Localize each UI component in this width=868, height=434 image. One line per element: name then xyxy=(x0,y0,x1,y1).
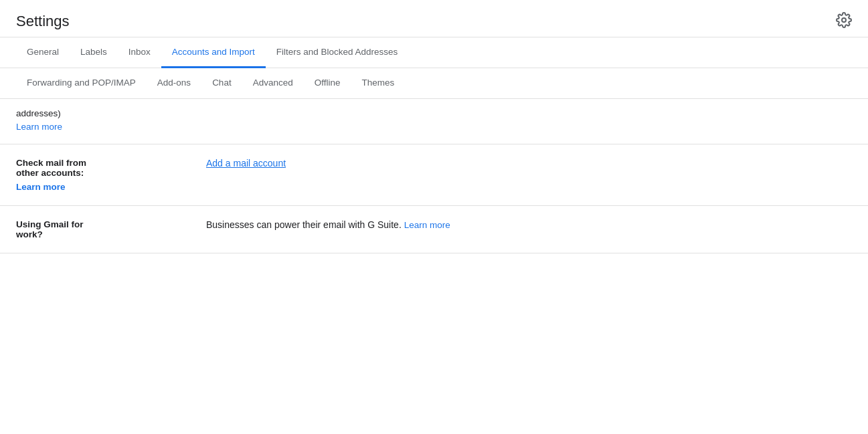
learn-more-link-check-mail[interactable]: Learn more xyxy=(16,182,66,192)
tab-themes[interactable]: Themes xyxy=(351,68,405,99)
header: Settings xyxy=(0,0,868,37)
partial-addresses-text: addresses) xyxy=(16,108,852,118)
check-mail-section: Check mail from other accounts: Learn mo… xyxy=(0,144,868,206)
gmail-work-content: Businesses can power their email with G … xyxy=(206,219,852,230)
tabs-row1: General Labels Inbox Accounts and Import… xyxy=(0,37,868,68)
add-mail-account-link[interactable]: Add a mail account xyxy=(206,158,286,169)
learn-more-link-gmail-work[interactable]: Learn more xyxy=(404,220,450,230)
gmail-work-label: Using Gmail for work? xyxy=(16,219,190,239)
tab-addons[interactable]: Add-ons xyxy=(147,68,201,99)
check-mail-content: Add a mail account xyxy=(206,158,852,169)
gmail-work-label-line2: work? xyxy=(16,229,190,239)
gmail-work-desc: Businesses can power their email with G … xyxy=(206,219,402,230)
tab-forwarding[interactable]: Forwarding and POP/IMAP xyxy=(16,68,147,99)
tab-offline[interactable]: Offline xyxy=(304,68,351,99)
tab-chat[interactable]: Chat xyxy=(201,68,242,99)
partial-top-section: addresses) Learn more xyxy=(0,99,868,144)
gear-icon[interactable] xyxy=(836,12,852,30)
gmail-work-section: Using Gmail for work? Businesses can pow… xyxy=(0,206,868,253)
tab-inbox[interactable]: Inbox xyxy=(118,37,161,68)
tab-advanced[interactable]: Advanced xyxy=(242,68,304,99)
page-title: Settings xyxy=(16,13,70,30)
settings-content: addresses) Learn more Check mail from ot… xyxy=(0,99,868,253)
gmail-work-label-line1: Using Gmail for xyxy=(16,219,190,229)
svg-point-0 xyxy=(842,18,846,22)
check-mail-label-line1: Check mail from xyxy=(16,158,190,168)
tab-filters[interactable]: Filters and Blocked Addresses xyxy=(266,37,409,68)
tabs-row2: Forwarding and POP/IMAP Add-ons Chat Adv… xyxy=(0,68,868,99)
tab-labels[interactable]: Labels xyxy=(70,37,118,68)
check-mail-label-line2: other accounts: xyxy=(16,168,190,178)
learn-more-link-top[interactable]: Learn more xyxy=(16,122,62,132)
tab-accounts-import[interactable]: Accounts and Import xyxy=(161,37,266,68)
check-mail-label: Check mail from other accounts: Learn mo… xyxy=(16,158,190,192)
tab-general[interactable]: General xyxy=(16,37,70,68)
